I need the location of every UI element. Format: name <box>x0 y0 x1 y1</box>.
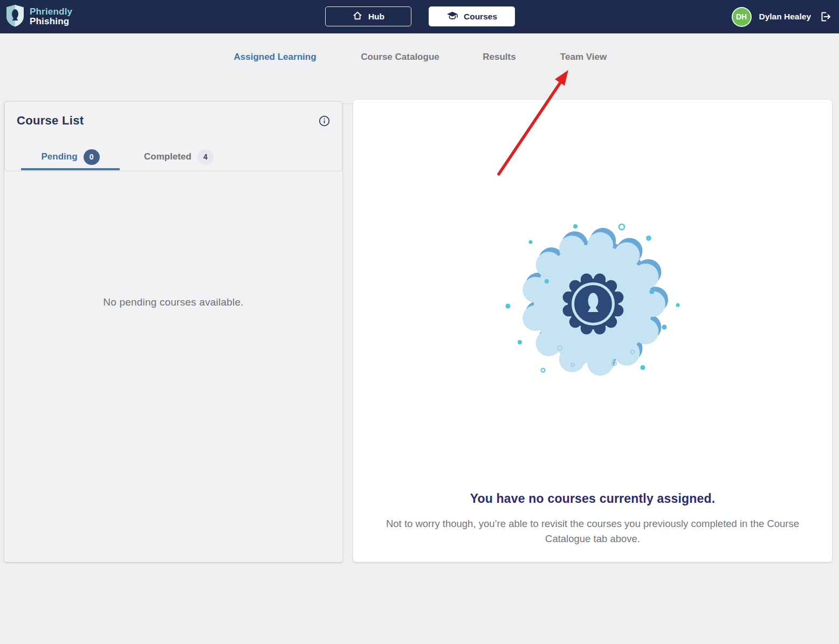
avatar-initials: DH <box>736 12 747 21</box>
no-courses-heading: You have no courses currently assigned. <box>353 491 832 506</box>
hub-button-label: Hub <box>368 12 384 22</box>
graduation-cap-icon <box>446 10 458 23</box>
avatar[interactable]: DH <box>732 7 752 27</box>
course-list-title: Course List <box>17 114 84 128</box>
course-list-tab-completed[interactable]: Completed 4 <box>134 143 223 171</box>
brand-line2: Phishing <box>30 17 72 26</box>
tab-assigned-learning[interactable]: Assigned Learning <box>233 52 316 63</box>
section-tabs: Assigned Learning Course Catalogue Resul… <box>0 33 839 77</box>
user-menu: DH Dylan Healey <box>732 0 832 33</box>
info-icon[interactable] <box>319 115 330 127</box>
shield-fish-logo-icon <box>5 4 25 30</box>
badge-illustration <box>504 222 682 384</box>
courses-button[interactable]: Courses <box>429 6 515 26</box>
empty-pending-message: No pending courses available. <box>4 296 342 308</box>
home-icon <box>352 10 363 23</box>
hub-button[interactable]: Hub <box>325 6 411 26</box>
tab-results[interactable]: Results <box>483 52 515 63</box>
user-name: Dylan Healey <box>759 12 812 22</box>
tab-team-view[interactable]: Team View <box>560 52 607 63</box>
completed-count-badge: 4 <box>197 149 214 165</box>
course-list-tab-pending[interactable]: Pending 0 <box>21 143 120 171</box>
tab-course-catalogue[interactable]: Course Catalogue <box>361 52 439 63</box>
no-courses-subtext: Not to worry though, you’re able to revi… <box>377 516 808 546</box>
header-nav: Hub Courses <box>325 6 515 26</box>
pending-tab-underline <box>21 168 120 170</box>
brand-line1: Phriendly <box>30 7 72 17</box>
logout-icon[interactable] <box>819 10 831 23</box>
pending-count-badge: 0 <box>84 149 100 165</box>
pending-tab-label: Pending <box>41 151 77 162</box>
app-header: Phriendly Phishing Hub Courses <box>0 0 839 33</box>
assigned-courses-panel: You have no courses currently assigned. … <box>353 100 832 562</box>
brand-logo[interactable]: Phriendly Phishing <box>5 4 72 30</box>
course-list-panel: Course List Pending 0 Completed 4 No pen… <box>4 101 342 562</box>
course-list-header: Course List Pending 0 Completed 4 <box>4 101 342 171</box>
completed-tab-label: Completed <box>144 151 191 162</box>
courses-button-label: Courses <box>464 12 497 22</box>
